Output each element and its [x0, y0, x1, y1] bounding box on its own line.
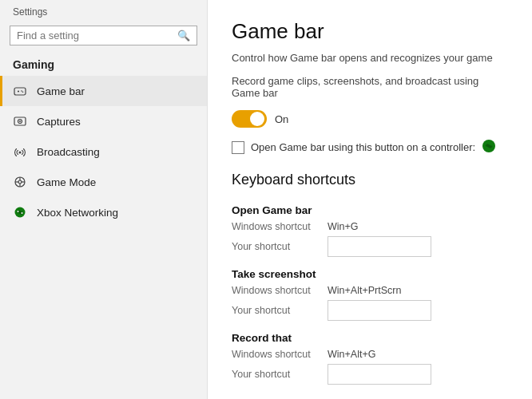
xbox-logo-icon — [482, 139, 496, 156]
svg-point-7 — [19, 120, 21, 122]
toggle-description: Record game clips, screenshots, and broa… — [232, 75, 508, 99]
windows-shortcut-value-0: Win+G — [328, 221, 508, 232]
search-icon: 🔍 — [177, 30, 190, 41]
sidebar-item-xbox-networking-label: Xbox Networking — [37, 207, 118, 219]
sidebar-item-broadcasting[interactable]: Broadcasting — [0, 136, 207, 167]
shortcut-group-take-screenshot: Take screenshot Windows shortcut Win+Alt… — [232, 268, 508, 321]
game-clips-toggle[interactable] — [232, 110, 267, 128]
your-shortcut-label-0: Your shortcut — [232, 241, 328, 252]
your-shortcut-label-2: Your shortcut — [232, 369, 328, 380]
svg-rect-0 — [14, 88, 26, 95]
search-box[interactable]: 🔍 — [10, 26, 197, 45]
shortcut-group-2-title: Record that — [232, 332, 508, 344]
subtitle: Control how Game bar opens and recognize… — [232, 52, 508, 64]
shortcut-group-open-game-bar: Open Game bar Windows shortcut Win+G You… — [232, 204, 508, 257]
shortcut-row-windows-1: Windows shortcut Win+Alt+PrtScrn — [232, 285, 508, 296]
svg-point-4 — [22, 91, 24, 93]
shortcut-group-0-title: Open Game bar — [232, 204, 508, 216]
shortcut-group-1-title: Take screenshot — [232, 268, 508, 280]
svg-point-3 — [21, 90, 22, 92]
captures-icon — [13, 114, 27, 128]
shortcut-group-record-that: Record that Windows shortcut Win+Alt+G Y… — [232, 332, 508, 385]
search-input[interactable] — [17, 30, 177, 41]
title-bar: Settings — [0, 0, 207, 21]
shortcut-row-windows-2: Windows shortcut Win+Alt+G — [232, 349, 508, 360]
windows-shortcut-label-1: Windows shortcut — [232, 285, 328, 296]
shortcut-row-your-1: Your shortcut — [232, 300, 508, 321]
broadcasting-icon — [13, 144, 27, 159]
your-shortcut-input-2[interactable] — [328, 364, 431, 385]
svg-point-16 — [18, 211, 19, 212]
windows-shortcut-label-0: Windows shortcut — [232, 221, 328, 232]
sidebar-item-game-bar[interactable]: Game bar — [0, 76, 207, 106]
svg-point-8 — [19, 152, 22, 154]
sidebar-item-xbox-networking[interactable]: Xbox Networking — [0, 197, 207, 227]
keyboard-shortcuts-title: Keyboard shortcuts — [232, 172, 508, 192]
page-title: Game bar — [232, 19, 508, 44]
your-shortcut-input-1[interactable] — [328, 300, 431, 321]
sidebar-item-broadcasting-label: Broadcasting — [37, 146, 100, 158]
svg-point-10 — [18, 180, 22, 184]
app-title: Settings — [13, 6, 47, 18]
sidebar-item-game-bar-label: Game bar — [37, 85, 85, 97]
windows-shortcut-label-2: Windows shortcut — [232, 349, 328, 360]
your-shortcut-label-1: Your shortcut — [232, 305, 328, 316]
shortcut-row-windows-0: Windows shortcut Win+G — [232, 221, 508, 232]
controller-checkbox-row: Open Game bar using this button on a con… — [232, 139, 508, 156]
sidebar-item-game-mode[interactable]: Game Mode — [0, 167, 207, 197]
sidebar: Settings 🔍 Gaming Game bar Captures — [0, 0, 208, 399]
controller-checkbox-label: Open Game bar using this button on a con… — [251, 141, 475, 153]
your-shortcut-input-0[interactable] — [328, 236, 431, 257]
sidebar-item-game-mode-label: Game Mode — [37, 176, 96, 188]
windows-shortcut-value-2: Win+Alt+G — [328, 349, 508, 360]
game-bar-icon — [13, 84, 27, 98]
shortcut-row-your-2: Your shortcut — [232, 364, 508, 385]
sidebar-item-captures-label: Captures — [37, 116, 81, 128]
sidebar-section-label: Gaming — [0, 53, 207, 76]
sidebar-item-captures[interactable]: Captures — [0, 106, 207, 136]
toggle-on-label: On — [275, 113, 288, 125]
controller-checkbox[interactable] — [232, 141, 244, 154]
windows-shortcut-value-1: Win+Alt+PrtScrn — [328, 285, 508, 296]
svg-point-17 — [22, 212, 23, 214]
xbox-networking-icon — [13, 205, 27, 219]
game-mode-icon — [13, 175, 27, 189]
shortcut-row-your-0: Your shortcut — [232, 236, 508, 257]
toggle-row: On — [232, 110, 508, 128]
main-content: Game bar Control how Game bar opens and … — [208, 0, 532, 399]
